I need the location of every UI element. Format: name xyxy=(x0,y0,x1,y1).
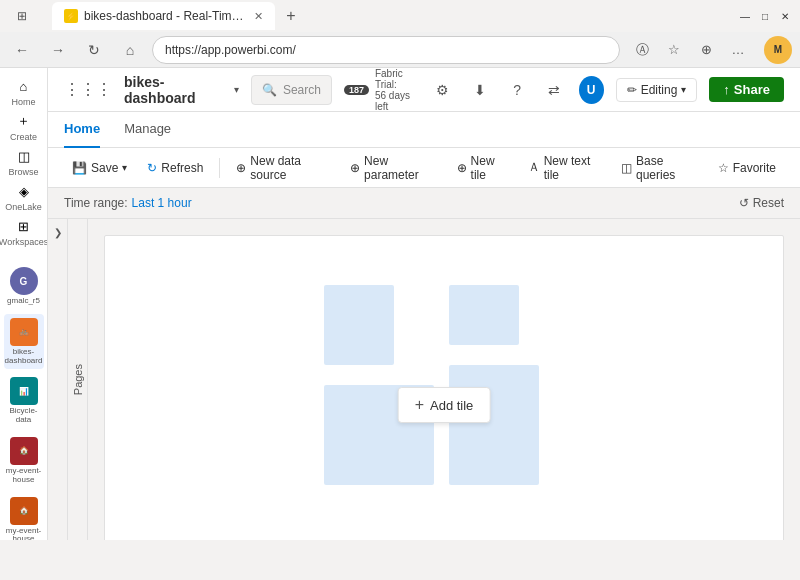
reset-button[interactable]: ↺ Reset xyxy=(739,196,784,210)
sidebar-item-onelake[interactable]: ◈ OneLake xyxy=(4,181,44,212)
refresh-label: Refresh xyxy=(161,161,203,175)
close-button[interactable]: ✕ xyxy=(778,9,792,23)
refresh-button[interactable]: ↻ Refresh xyxy=(139,157,211,179)
reset-icon: ↺ xyxy=(739,196,749,210)
time-range-value[interactable]: Last 1 hour xyxy=(132,196,192,210)
settings-icon[interactable]: ⚙ xyxy=(430,76,455,104)
save-label: Save xyxy=(91,161,118,175)
new-tile-icon: ⊕ xyxy=(457,161,467,175)
home-button[interactable]: ⌂ xyxy=(116,36,144,64)
toolbar: 💾 Save ▾ ↻ Refresh ⊕ New data source ⊕ N… xyxy=(48,148,800,188)
time-range-section: Time range: Last 1 hour xyxy=(64,196,192,210)
back-button[interactable]: ← xyxy=(8,36,36,64)
more-tools-icon[interactable]: … xyxy=(724,36,752,64)
tile-2 xyxy=(449,285,519,345)
editing-arrow: ▾ xyxy=(681,84,686,95)
home-icon: ⌂ xyxy=(14,76,34,96)
canvas-wrapper: + Add tile xyxy=(104,235,784,540)
grid-icon[interactable]: ⋮⋮⋮ xyxy=(64,80,112,99)
favorite-icon: ☆ xyxy=(718,161,729,175)
user-avatar[interactable]: U xyxy=(579,76,604,104)
app-name-dropdown[interactable]: bikes-dashboard ▾ xyxy=(124,74,239,106)
editing-dropdown[interactable]: ✏ Editing ▾ xyxy=(616,78,698,102)
favorite-label: Favorite xyxy=(733,161,776,175)
tab-favicon: ⚡ xyxy=(64,9,78,23)
share-icon: ↑ xyxy=(723,82,730,97)
sidebar-workspace-event1[interactable]: 🏠 my-event-house xyxy=(4,433,44,489)
help-icon[interactable]: ? xyxy=(505,76,530,104)
app-topbar: ⋮⋮⋮ bikes-dashboard ▾ 🔍 Search 187 Fabri… xyxy=(48,68,800,112)
dropdown-arrow: ▾ xyxy=(234,84,239,95)
time-range-label: Time range: xyxy=(64,196,128,210)
sidebar-item-browse[interactable]: ◫ Browse xyxy=(4,146,44,177)
search-box[interactable]: 🔍 Search xyxy=(251,75,332,105)
title-bar: ⊞ ⚡ bikes-dashboard - Real-Time Int... ✕… xyxy=(0,0,800,32)
main-content: ❯ Pages xyxy=(48,219,800,540)
workspace-bikes-icon: 🚲 xyxy=(10,318,38,346)
tab-manage[interactable]: Manage xyxy=(124,112,171,148)
new-data-source-button[interactable]: ⊕ New data source xyxy=(228,150,338,186)
onelake-icon: ◈ xyxy=(14,181,34,201)
favorite-button[interactable]: ☆ Favorite xyxy=(710,157,784,179)
new-tab-button[interactable]: + xyxy=(279,4,303,28)
workspaces-icon: ⊞ xyxy=(14,216,34,236)
pages-sidebar[interactable]: ❯ xyxy=(48,219,68,540)
minimize-button[interactable]: — xyxy=(738,9,752,23)
share-label: Share xyxy=(734,82,770,97)
collections-icon[interactable]: ⊕ xyxy=(692,36,720,64)
share-button[interactable]: ↑ Share xyxy=(709,77,784,102)
new-parameter-button[interactable]: ⊕ New parameter xyxy=(342,150,445,186)
new-data-source-label: New data source xyxy=(250,154,330,182)
add-tile-icon: + xyxy=(415,396,424,414)
extensions-icon[interactable]: ⊞ xyxy=(8,2,36,30)
left-sidebar: ⌂ Home ＋ Create ◫ Browse ◈ OneLake ⊞ Wor… xyxy=(0,68,48,540)
reader-mode-icon[interactable]: Ⓐ xyxy=(628,36,656,64)
forward-button[interactable]: → xyxy=(44,36,72,64)
url-text: https://app.powerbi.com/ xyxy=(165,43,296,57)
favorites-icon[interactable]: ☆ xyxy=(660,36,688,64)
active-tab[interactable]: ⚡ bikes-dashboard - Real-Time Int... ✕ xyxy=(52,2,275,30)
url-bar[interactable]: https://app.powerbi.com/ xyxy=(152,36,620,64)
refresh-button[interactable]: ↻ xyxy=(80,36,108,64)
maximize-button[interactable]: □ xyxy=(758,9,772,23)
base-queries-label: Base queries xyxy=(636,154,698,182)
share-network-icon[interactable]: ⇄ xyxy=(542,76,567,104)
create-icon: ＋ xyxy=(14,111,34,131)
editing-label: Editing xyxy=(641,83,678,97)
tab-home[interactable]: Home xyxy=(64,112,100,148)
add-tile-button[interactable]: + Add tile xyxy=(398,387,491,423)
sidebar-item-workspaces[interactable]: ⊞ Workspaces xyxy=(4,216,44,247)
fabric-trial-text: Fabric Trial: 56 days left xyxy=(375,68,418,112)
app-container: ⌂ Home ＋ Create ◫ Browse ◈ OneLake ⊞ Wor… xyxy=(0,68,800,540)
save-button[interactable]: 💾 Save ▾ xyxy=(64,157,135,179)
sidebar-workspace-bicycle[interactable]: 📊 Bicycle-data xyxy=(4,373,44,429)
canvas-area: + Add tile xyxy=(88,219,800,540)
new-text-tile-button[interactable]: Ａ New text tile xyxy=(520,150,609,186)
toolbar-separator-1 xyxy=(219,158,220,178)
save-arrow: ▾ xyxy=(122,162,127,173)
workspace-bicycle-icon: 📊 xyxy=(10,377,38,405)
pages-collapse-icon: ❯ xyxy=(54,227,62,238)
download-icon[interactable]: ⬇ xyxy=(467,76,492,104)
address-bar: ← → ↻ ⌂ https://app.powerbi.com/ Ⓐ ☆ ⊕ …… xyxy=(0,32,800,68)
profile-icon[interactable]: M xyxy=(764,36,792,64)
sidebar-workspace-bikes[interactable]: 🚲 bikes-dashboard xyxy=(4,314,44,370)
topbar-right: 187 Fabric Trial: 56 days left ⚙ ⬇ ? ⇄ U… xyxy=(344,68,784,112)
tile-1 xyxy=(324,285,394,365)
base-queries-icon: ◫ xyxy=(621,161,632,175)
new-data-source-icon: ⊕ xyxy=(236,161,246,175)
sidebar-workspace-event2[interactable]: 🏠 my-event-house xyxy=(4,493,44,540)
base-queries-button[interactable]: ◫ Base queries xyxy=(613,150,706,186)
tiles-container: + Add tile xyxy=(294,265,594,540)
sidebar-workspace-gmalc[interactable]: G gmalc_r5 xyxy=(4,263,44,310)
sidebar-item-create[interactable]: ＋ Create xyxy=(4,111,44,142)
tab-label: bikes-dashboard - Real-Time Int... xyxy=(84,9,244,23)
browse-icon: ◫ xyxy=(14,146,34,166)
new-tile-button[interactable]: ⊕ New tile xyxy=(449,150,516,186)
close-tab-icon[interactable]: ✕ xyxy=(254,10,263,23)
search-icon: 🔍 xyxy=(262,83,277,97)
tile-4 xyxy=(449,365,539,485)
sidebar-item-home[interactable]: ⌂ Home xyxy=(4,76,44,107)
time-range-bar: Time range: Last 1 hour ↺ Reset xyxy=(48,188,800,219)
new-text-tile-icon: Ａ xyxy=(528,159,540,176)
